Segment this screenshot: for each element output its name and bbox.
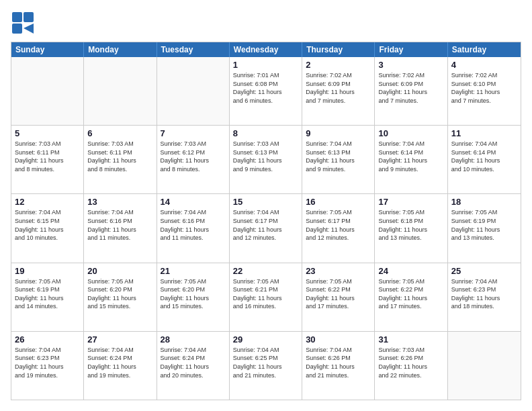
day-cell: 6Sunrise: 7:03 AM Sunset: 6:11 PM Daylig… [84, 126, 157, 193]
day-info: Sunrise: 7:05 AM Sunset: 6:19 PM Dayligh… [15, 277, 80, 311]
day-cell: 11Sunrise: 7:04 AM Sunset: 6:14 PM Dayli… [448, 126, 521, 193]
svg-marker-3 [24, 24, 34, 34]
day-info: Sunrise: 7:04 AM Sunset: 6:13 PM Dayligh… [306, 140, 371, 173]
day-number: 18 [451, 197, 517, 207]
day-number: 14 [161, 197, 226, 207]
day-info: Sunrise: 7:04 AM Sunset: 6:23 PM Dayligh… [451, 277, 517, 311]
day-cell: 21Sunrise: 7:05 AM Sunset: 6:20 PM Dayli… [157, 263, 230, 331]
day-header: Saturday [448, 42, 521, 57]
day-info: Sunrise: 7:04 AM Sunset: 6:16 PM Dayligh… [87, 208, 152, 242]
day-cell [11, 57, 84, 125]
day-number: 7 [161, 128, 226, 138]
day-cell: 24Sunrise: 7:05 AM Sunset: 6:22 PM Dayli… [375, 263, 447, 331]
week-row: 1Sunrise: 7:01 AM Sunset: 6:08 PM Daylig… [11, 57, 521, 125]
day-info: Sunrise: 7:05 AM Sunset: 6:20 PM Dayligh… [161, 277, 226, 311]
day-number: 24 [378, 266, 443, 276]
day-number: 2 [306, 60, 371, 70]
day-info: Sunrise: 7:04 AM Sunset: 6:26 PM Dayligh… [306, 346, 371, 379]
day-info: Sunrise: 7:04 AM Sunset: 6:14 PM Dayligh… [451, 140, 517, 173]
day-number: 29 [233, 334, 298, 345]
day-info: Sunrise: 7:02 AM Sunset: 6:09 PM Dayligh… [306, 71, 371, 105]
day-cell: 23Sunrise: 7:05 AM Sunset: 6:22 PM Dayli… [302, 263, 375, 331]
day-info: Sunrise: 7:05 AM Sunset: 6:19 PM Dayligh… [451, 208, 517, 242]
day-number: 22 [233, 266, 298, 276]
day-header: Sunday [11, 42, 84, 57]
week-row: 19Sunrise: 7:05 AM Sunset: 6:19 PM Dayli… [11, 263, 521, 331]
day-number: 4 [451, 60, 517, 70]
day-header: Friday [375, 42, 447, 57]
day-number: 17 [378, 197, 443, 207]
day-info: Sunrise: 7:05 AM Sunset: 6:20 PM Dayligh… [87, 277, 152, 311]
day-cell: 15Sunrise: 7:04 AM Sunset: 6:17 PM Dayli… [230, 194, 302, 262]
day-number: 30 [306, 334, 371, 345]
day-number: 5 [15, 128, 80, 138]
day-cell: 27Sunrise: 7:04 AM Sunset: 6:24 PM Dayli… [84, 332, 157, 400]
day-info: Sunrise: 7:05 AM Sunset: 6:22 PM Dayligh… [306, 277, 371, 311]
day-info: Sunrise: 7:04 AM Sunset: 6:16 PM Dayligh… [161, 208, 226, 242]
day-cell: 31Sunrise: 7:03 AM Sunset: 6:26 PM Dayli… [375, 332, 447, 400]
day-info: Sunrise: 7:04 AM Sunset: 6:14 PM Dayligh… [378, 140, 443, 173]
day-cell: 17Sunrise: 7:05 AM Sunset: 6:18 PM Dayli… [375, 194, 447, 262]
day-cell: 30Sunrise: 7:04 AM Sunset: 6:26 PM Dayli… [302, 332, 375, 400]
day-cell: 29Sunrise: 7:04 AM Sunset: 6:25 PM Dayli… [230, 332, 302, 400]
day-number: 23 [306, 266, 371, 276]
day-number: 21 [161, 266, 226, 276]
day-cell: 20Sunrise: 7:05 AM Sunset: 6:20 PM Dayli… [84, 263, 157, 331]
day-cell: 28Sunrise: 7:04 AM Sunset: 6:24 PM Dayli… [157, 332, 230, 400]
day-info: Sunrise: 7:05 AM Sunset: 6:21 PM Dayligh… [233, 277, 298, 311]
logo-icon [11, 11, 35, 35]
day-number: 28 [161, 334, 226, 345]
calendar: SundayMondayTuesdayWednesdayThursdayFrid… [11, 42, 521, 400]
day-number: 1 [233, 60, 298, 70]
day-number: 20 [87, 266, 152, 276]
day-number: 6 [87, 128, 152, 138]
day-info: Sunrise: 7:03 AM Sunset: 6:11 PM Dayligh… [87, 140, 152, 173]
logo [11, 11, 35, 35]
day-cell: 4Sunrise: 7:02 AM Sunset: 6:10 PM Daylig… [448, 57, 521, 125]
day-cell: 3Sunrise: 7:02 AM Sunset: 6:09 PM Daylig… [375, 57, 447, 125]
day-cell: 18Sunrise: 7:05 AM Sunset: 6:19 PM Dayli… [448, 194, 521, 262]
day-number: 16 [306, 197, 371, 207]
day-info: Sunrise: 7:04 AM Sunset: 6:24 PM Dayligh… [87, 346, 152, 379]
day-cell: 1Sunrise: 7:01 AM Sunset: 6:08 PM Daylig… [230, 57, 302, 125]
day-info: Sunrise: 7:05 AM Sunset: 6:17 PM Dayligh… [306, 208, 371, 242]
day-header: Thursday [302, 42, 375, 57]
page: SundayMondayTuesdayWednesdayThursdayFrid… [0, 0, 532, 411]
day-info: Sunrise: 7:03 AM Sunset: 6:12 PM Dayligh… [161, 140, 226, 173]
day-header: Wednesday [230, 42, 302, 57]
day-info: Sunrise: 7:05 AM Sunset: 6:22 PM Dayligh… [378, 277, 443, 311]
day-cell [448, 332, 521, 400]
day-header: Tuesday [157, 42, 230, 57]
day-cell: 12Sunrise: 7:04 AM Sunset: 6:15 PM Dayli… [11, 194, 84, 262]
day-number: 15 [233, 197, 298, 207]
day-cell: 25Sunrise: 7:04 AM Sunset: 6:23 PM Dayli… [448, 263, 521, 331]
day-cell [157, 57, 230, 125]
day-cell: 10Sunrise: 7:04 AM Sunset: 6:14 PM Dayli… [375, 126, 447, 193]
day-number: 8 [233, 128, 298, 138]
calendar-body: 1Sunrise: 7:01 AM Sunset: 6:08 PM Daylig… [11, 57, 521, 400]
day-cell: 22Sunrise: 7:05 AM Sunset: 6:21 PM Dayli… [230, 263, 302, 331]
day-number: 13 [87, 197, 152, 207]
week-row: 5Sunrise: 7:03 AM Sunset: 6:11 PM Daylig… [11, 125, 521, 193]
day-number: 19 [15, 266, 80, 276]
day-info: Sunrise: 7:04 AM Sunset: 6:17 PM Dayligh… [233, 208, 298, 242]
day-info: Sunrise: 7:05 AM Sunset: 6:18 PM Dayligh… [378, 208, 443, 242]
day-cell: 13Sunrise: 7:04 AM Sunset: 6:16 PM Dayli… [84, 194, 157, 262]
day-info: Sunrise: 7:03 AM Sunset: 6:13 PM Dayligh… [233, 140, 298, 173]
day-info: Sunrise: 7:03 AM Sunset: 6:26 PM Dayligh… [378, 346, 443, 379]
day-cell: 14Sunrise: 7:04 AM Sunset: 6:16 PM Dayli… [157, 194, 230, 262]
day-number: 12 [15, 197, 80, 207]
day-info: Sunrise: 7:02 AM Sunset: 6:10 PM Dayligh… [451, 71, 517, 105]
day-cell: 2Sunrise: 7:02 AM Sunset: 6:09 PM Daylig… [302, 57, 375, 125]
day-info: Sunrise: 7:04 AM Sunset: 6:15 PM Dayligh… [15, 208, 80, 242]
day-cell [84, 57, 157, 125]
day-number: 11 [451, 128, 517, 138]
week-row: 12Sunrise: 7:04 AM Sunset: 6:15 PM Dayli… [11, 193, 521, 262]
day-number: 25 [451, 266, 517, 276]
day-cell: 5Sunrise: 7:03 AM Sunset: 6:11 PM Daylig… [11, 126, 84, 193]
day-info: Sunrise: 7:01 AM Sunset: 6:08 PM Dayligh… [233, 71, 298, 105]
day-info: Sunrise: 7:04 AM Sunset: 6:25 PM Dayligh… [233, 346, 298, 379]
header [11, 11, 521, 35]
day-cell: 19Sunrise: 7:05 AM Sunset: 6:19 PM Dayli… [11, 263, 84, 331]
day-number: 26 [15, 334, 80, 345]
